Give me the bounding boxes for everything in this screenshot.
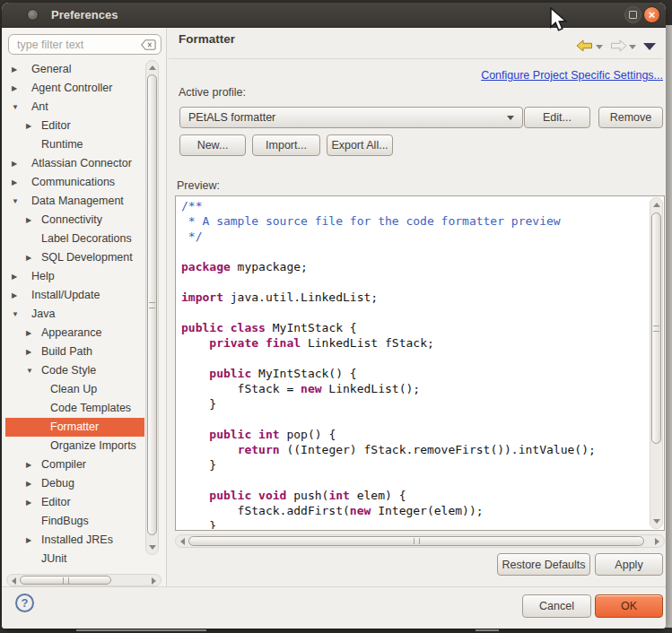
tree-item-runtime[interactable]: Runtime bbox=[5, 135, 144, 154]
expand-arrow-icon[interactable]: ▶ bbox=[26, 531, 31, 550]
maximize-button[interactable] bbox=[624, 6, 641, 23]
expand-arrow-icon[interactable]: ▶ bbox=[12, 79, 17, 98]
active-profile-select[interactable]: PEtALS formatter bbox=[179, 107, 523, 128]
tree-item-label: Data Management bbox=[5, 192, 144, 211]
expand-arrow-icon[interactable]: ▶ bbox=[26, 343, 31, 361]
tree-item-build-path[interactable]: ▶Build Path bbox=[5, 343, 144, 361]
forward-history-icon[interactable] bbox=[629, 45, 636, 49]
scrollbar-thumb[interactable] bbox=[147, 74, 157, 535]
preview-vertical-scrollbar[interactable] bbox=[650, 197, 663, 529]
scrollbar-grip bbox=[414, 538, 420, 544]
tree-item-formatter[interactable]: Formatter bbox=[5, 418, 144, 437]
expand-arrow-icon[interactable]: ▶ bbox=[12, 154, 17, 173]
scroll-left-icon[interactable] bbox=[12, 577, 16, 585]
tree-item-agent-controller[interactable]: ▶Agent Controller bbox=[5, 79, 144, 98]
code-preview[interactable]: /** * A sample source file for the code … bbox=[175, 195, 665, 531]
tree-item-compiler[interactable]: ▶Compiler bbox=[5, 455, 144, 474]
tree-item-label-decorations[interactable]: Label Decorations bbox=[5, 230, 144, 248]
tree-item-clean-up[interactable]: Clean Up bbox=[5, 380, 144, 399]
tree-item-editor[interactable]: ▶Editor bbox=[5, 117, 144, 135]
expand-arrow-icon[interactable]: ▶ bbox=[26, 117, 31, 135]
scrollbar-thumb[interactable] bbox=[651, 212, 661, 444]
scroll-up-icon[interactable] bbox=[149, 65, 156, 70]
scroll-up-icon[interactable] bbox=[653, 203, 660, 207]
expand-arrow-icon[interactable]: ▶ bbox=[12, 286, 17, 305]
scroll-right-icon[interactable] bbox=[152, 577, 156, 585]
back-history-icon[interactable] bbox=[596, 45, 603, 49]
code-line: return ((Integer) fStack.removeFirst()).… bbox=[181, 442, 646, 457]
help-icon[interactable]: ? bbox=[15, 594, 34, 612]
tree-item-sql-development[interactable]: ▶SQL Development bbox=[5, 248, 144, 267]
tree-item-install-update[interactable]: ▶Install/Update bbox=[5, 286, 144, 305]
tree-item-junit[interactable]: JUnit bbox=[5, 550, 144, 568]
expand-arrow-icon[interactable]: ▶ bbox=[26, 248, 31, 267]
expand-arrow-icon[interactable]: ▶ bbox=[12, 267, 17, 286]
view-menu-icon[interactable] bbox=[643, 43, 656, 50]
tree-item-connectivity[interactable]: ▶Connectivity bbox=[5, 211, 144, 230]
tree-item-java[interactable]: ▼Java bbox=[5, 305, 144, 324]
scroll-down-icon[interactable] bbox=[149, 545, 156, 550]
panel-divider bbox=[166, 28, 167, 586]
tree-item-communications[interactable]: ▶Communications bbox=[5, 173, 144, 192]
expand-arrow-icon[interactable]: ▶ bbox=[26, 493, 31, 512]
tree-horizontal-scrollbar[interactable] bbox=[6, 574, 161, 586]
remove-button[interactable]: Remove bbox=[598, 107, 663, 128]
preferences-tree: ▶General▶Agent Controller▼Ant▶EditorRunt… bbox=[5, 60, 144, 568]
export-all-button[interactable]: Export All... bbox=[327, 134, 393, 156]
back-arrow-icon[interactable] bbox=[576, 39, 593, 52]
tree-item-organize-imports[interactable]: Organize Imports bbox=[5, 437, 144, 455]
clear-filter-icon[interactable] bbox=[141, 39, 156, 50]
tree-item-help[interactable]: ▶Help bbox=[5, 267, 144, 286]
configure-project-link[interactable]: Configure Project Specific Settings... bbox=[481, 69, 663, 82]
preview-horizontal-scrollbar[interactable] bbox=[175, 534, 665, 548]
collapse-arrow-icon[interactable]: ▼ bbox=[26, 361, 33, 380]
tree-item-code-templates[interactable]: Code Templates bbox=[5, 399, 144, 418]
new-button[interactable]: New... bbox=[179, 134, 246, 156]
scrollbar-thumb[interactable] bbox=[20, 576, 111, 585]
expand-arrow-icon[interactable]: ▶ bbox=[26, 324, 31, 343]
expand-arrow-icon[interactable]: ▶ bbox=[26, 455, 31, 474]
expand-arrow-icon[interactable]: ▶ bbox=[26, 211, 31, 230]
expand-arrow-icon[interactable]: ▶ bbox=[12, 60, 17, 79]
cancel-button[interactable]: Cancel bbox=[522, 594, 591, 618]
ok-button[interactable]: OK bbox=[595, 594, 663, 618]
expand-arrow-icon[interactable]: ▶ bbox=[26, 474, 31, 493]
collapse-arrow-icon[interactable]: ▼ bbox=[12, 305, 19, 324]
scroll-down-icon[interactable] bbox=[653, 519, 660, 524]
scrollbar-thumb[interactable] bbox=[188, 536, 644, 546]
tree-item-data-management[interactable]: ▼Data Management bbox=[5, 192, 144, 211]
tree-item-label: Code Templates bbox=[5, 399, 144, 418]
collapse-arrow-icon[interactable]: ▼ bbox=[12, 192, 19, 211]
restore-defaults-button[interactable]: Restore Defaults bbox=[497, 553, 590, 576]
tree-item-atlassian-connector[interactable]: ▶Atlassian Connector bbox=[5, 154, 144, 173]
import-button[interactable]: Import... bbox=[252, 134, 320, 156]
expand-arrow-icon[interactable]: ▶ bbox=[12, 173, 17, 192]
maximize-icon bbox=[629, 11, 637, 19]
collapse-arrow-icon[interactable]: ▼ bbox=[12, 98, 19, 117]
tree-item-installed-jres[interactable]: ▶Installed JREs bbox=[5, 531, 144, 550]
tree-item-general[interactable]: ▶General bbox=[5, 60, 144, 79]
forward-arrow-icon[interactable] bbox=[610, 39, 627, 52]
window-titlebar[interactable]: Preferences × bbox=[2, 3, 666, 28]
window-title: Preferences bbox=[51, 8, 118, 22]
code-line: public void push(int elem) { bbox=[181, 488, 646, 503]
tree-item-label: Help bbox=[5, 267, 144, 286]
close-button[interactable]: × bbox=[643, 6, 660, 23]
tree-item-findbugs[interactable]: FindBugs bbox=[5, 512, 144, 531]
scroll-left-icon[interactable] bbox=[180, 538, 185, 545]
tree-item-code-style[interactable]: ▼Code Style bbox=[5, 361, 144, 380]
background-artifact bbox=[76, 629, 206, 631]
scroll-right-icon[interactable] bbox=[655, 538, 659, 545]
filter-input[interactable] bbox=[15, 38, 141, 52]
apply-button[interactable]: Apply bbox=[595, 553, 663, 576]
code-line: package mypackage; bbox=[181, 259, 646, 274]
preview-label: Preview: bbox=[177, 179, 220, 192]
filter-field[interactable] bbox=[8, 34, 161, 55]
tree-item-editor[interactable]: ▶Editor bbox=[5, 493, 144, 512]
tree-item-debug[interactable]: ▶Debug bbox=[5, 474, 144, 493]
tree-vertical-scrollbar[interactable] bbox=[145, 60, 159, 555]
code-line: } bbox=[181, 457, 646, 473]
tree-item-appearance[interactable]: ▶Appearance bbox=[5, 324, 144, 343]
tree-item-ant[interactable]: ▼Ant bbox=[5, 98, 144, 117]
edit-button[interactable]: Edit... bbox=[524, 107, 590, 128]
